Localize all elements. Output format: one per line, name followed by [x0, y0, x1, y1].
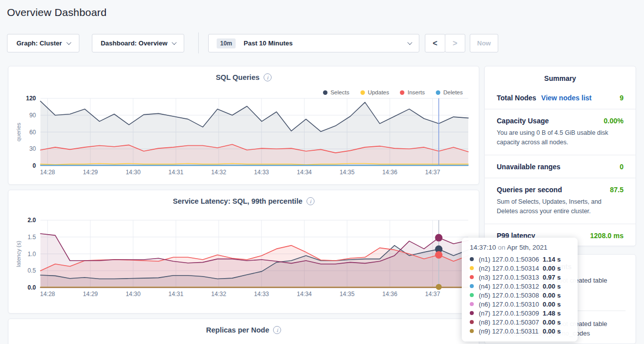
legend-dot — [323, 90, 327, 95]
legend-label: Inserts — [407, 89, 425, 95]
chevron-down-icon — [172, 40, 177, 45]
summary-title: Summary — [485, 74, 636, 82]
node-latency-value: 1.48 s — [543, 310, 561, 317]
node-color-dot — [470, 257, 474, 261]
tooltip-rows: (n1) 127.0.0.1:503061.14 s(n2) 127.0.0.1… — [470, 255, 571, 336]
node-color-dot — [470, 329, 474, 333]
tooltip-row: (n5) 127.0.0.1:503080.00 s — [470, 291, 571, 300]
metric-description: You are using 0 B of 4.5 GiB usable disk… — [497, 128, 624, 148]
y-axis-label: latency (s) — [15, 241, 21, 267]
tooltip-row: (n6) 127.0.0.1:503100.00 s — [470, 300, 571, 309]
metric-label: Total Nodes — [497, 94, 536, 102]
view-nodes-list-link[interactable]: View nodes list — [541, 94, 592, 102]
x-tick-label: 14:32 — [211, 291, 226, 298]
tooltip-row: (n8) 127.0.0.1:503070.00 s — [470, 318, 571, 327]
tooltip-row: (n4) 127.0.0.1:503120.00 s — [470, 282, 571, 291]
metric-label: Capacity Usage — [497, 117, 549, 125]
replicas-per-node-title: Replicas per Node i — [8, 326, 479, 334]
sql-queries-card: SQL Queries i SelectsUpdatesInsertsDelet… — [8, 66, 479, 185]
metric-value: 87.5 — [610, 186, 624, 194]
node-address: (n6) 127.0.0.1:50310 — [479, 301, 543, 308]
x-tick-label: 14:31 — [168, 169, 183, 176]
info-icon[interactable]: i — [273, 326, 281, 334]
service-latency-title-text: Service Latency: SQL, 99th percentile — [173, 197, 303, 205]
y-tick-label: 90 — [29, 112, 36, 119]
x-tick-label: 14:30 — [126, 291, 141, 298]
chevron-left-icon: < — [433, 39, 437, 48]
replicas-per-node-card: Replicas per Node i — [8, 319, 479, 344]
chevron-down-icon — [407, 40, 412, 45]
node-latency-value: 0.00 s — [543, 265, 561, 272]
node-color-dot — [470, 302, 474, 306]
chart-hover-tooltip: 14:37:10 on Apr 5th, 2021 (n1) 127.0.0.1… — [462, 238, 578, 342]
service-latency-chart[interactable]: 14:2814:2914:3014:3114:3214:3314:3414:35… — [8, 217, 480, 300]
node-color-dot — [470, 293, 474, 297]
x-tick-label: 14:34 — [297, 291, 312, 298]
node-latency-value: 0.00 s — [543, 328, 561, 335]
legend-item-deletes[interactable]: Deletes — [436, 89, 463, 95]
sql-legend: SelectsUpdatesInsertsDeletes — [323, 89, 463, 95]
info-icon[interactable]: i — [264, 73, 272, 81]
metric-description: Sum of Selects, Updates, Inserts, and De… — [497, 197, 624, 217]
legend-label: Selects — [330, 89, 349, 95]
now-button[interactable]: Now — [470, 34, 498, 52]
legend-label: Deletes — [443, 89, 463, 95]
x-tick-label: 14:35 — [339, 169, 354, 176]
dashboard-dropdown-label: Dashboard: Overview — [101, 39, 168, 47]
page-title: Overview Dashboard — [7, 6, 107, 18]
toolbar-divider — [198, 32, 199, 53]
sql-queries-chart[interactable]: 14:2814:2914:3014:3114:3214:3314:3414:35… — [8, 95, 480, 178]
y-tick-label: 2.0 — [27, 217, 36, 224]
time-forward-button[interactable]: > — [445, 34, 465, 52]
node-color-dot — [470, 284, 474, 288]
x-tick-label: 14:36 — [382, 291, 397, 298]
tooltip-row: (n7) 127.0.0.1:503091.48 s — [470, 309, 571, 318]
node-color-dot — [470, 311, 474, 315]
node-address: (n2) 127.0.0.1:50314 — [479, 265, 543, 272]
node-address: (n1) 127.0.0.1:50306 — [479, 256, 543, 263]
tooltip-row: (n9) 127.0.0.1:503110.00 s — [470, 327, 571, 336]
x-tick-label: 14:30 — [126, 169, 141, 176]
graph-dropdown[interactable]: Graph: Cluster — [7, 34, 79, 52]
time-range-label: Past 10 Minutes — [244, 39, 293, 47]
time-range-badge: 10m — [217, 38, 236, 48]
summary-metric: Total NodesView nodes list9 — [485, 86, 636, 109]
info-icon[interactable]: i — [307, 197, 315, 205]
node-address: (n7) 127.0.0.1:50309 — [479, 310, 543, 317]
y-tick-label: 60 — [29, 129, 36, 136]
x-tick-label: 14:34 — [297, 169, 312, 176]
sql-queries-title-text: SQL Queries — [216, 73, 260, 81]
tooltip-on: on — [498, 244, 505, 251]
metric-value: 0 — [620, 163, 624, 171]
node-address: (n3) 127.0.0.1:50313 — [479, 274, 543, 281]
chevron-right-icon: > — [453, 39, 457, 48]
time-back-button[interactable]: < — [425, 34, 445, 52]
legend-dot — [400, 90, 404, 95]
legend-item-selects[interactable]: Selects — [323, 89, 349, 95]
x-tick-label: 14:37 — [425, 291, 440, 298]
legend-item-updates[interactable]: Updates — [360, 89, 389, 95]
x-tick-label: 14:28 — [40, 169, 55, 176]
node-latency-value: 0.00 s — [543, 283, 561, 290]
y-tick-label: 120 — [26, 95, 36, 102]
summary-metric: Unavailable ranges0 — [485, 155, 636, 178]
legend-dot — [360, 90, 365, 95]
tooltip-date: Apr 5th, 2021 — [507, 244, 547, 251]
node-latency-value: 0.00 s — [543, 319, 561, 326]
metric-value: 1208.0 ms — [590, 232, 624, 240]
node-color-dot — [470, 275, 474, 279]
y-axis-label: queries — [15, 122, 21, 141]
y-tick-label: 0 — [32, 162, 36, 169]
x-tick-label: 14:28 — [40, 291, 55, 298]
node-latency-value: 1.14 s — [543, 256, 561, 263]
x-tick-label: 14:32 — [211, 169, 226, 176]
x-tick-label: 14:37 — [425, 169, 440, 176]
x-tick-label: 14:33 — [254, 169, 269, 176]
service-latency-card: Service Latency: SQL, 99th percentile i … — [8, 190, 479, 314]
dashboard-dropdown[interactable]: Dashboard: Overview — [92, 34, 184, 52]
node-latency-value: 0.00 s — [543, 292, 561, 299]
legend-item-inserts[interactable]: Inserts — [400, 89, 425, 95]
legend-dot — [436, 90, 440, 95]
time-range-selector[interactable]: 10m Past 10 Minutes — [208, 34, 419, 52]
y-tick-label: 1.0 — [27, 251, 36, 258]
